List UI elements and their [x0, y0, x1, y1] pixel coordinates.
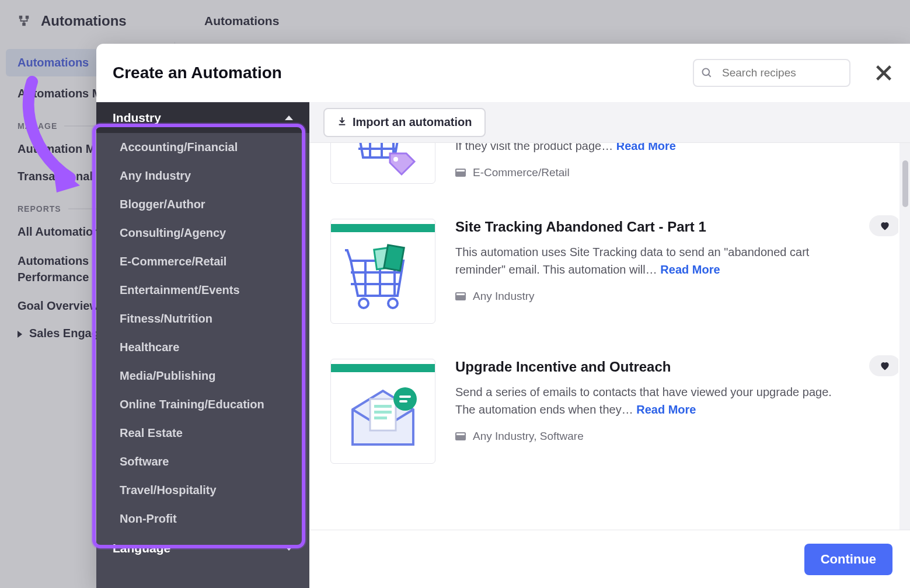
close-button[interactable]: [874, 63, 894, 83]
svg-point-27: [393, 387, 417, 411]
modal-header: Create an Automation: [96, 44, 910, 102]
industry-travel-hospitality[interactable]: Travel/Hospitality: [96, 476, 309, 505]
recipe-meta: Any Industry, Software: [455, 430, 842, 443]
heart-icon: [878, 220, 891, 232]
svg-rect-23: [370, 399, 396, 430]
modal-title: Create an Automation: [113, 64, 681, 82]
svg-rect-24: [374, 405, 392, 408]
recipe-desc: Tag contacts who have repeatedly visited…: [455, 143, 842, 155]
import-automation-button[interactable]: Import an automation: [323, 108, 486, 137]
modal-body: Start from Scratch Industry Accounting/F…: [96, 102, 910, 588]
recipe-main: Import an automation: [309, 102, 910, 588]
recipe-card[interactable]: Site Tracking Abandoned Cart - Part 1 Th…: [323, 201, 884, 341]
archive-icon: [455, 169, 466, 177]
svg-rect-26: [374, 416, 387, 419]
svg-point-3: [703, 69, 710, 76]
chevron-down-icon: [285, 546, 293, 551]
recipe-list: Tag contacts who have repeatedly visited…: [309, 143, 898, 530]
import-label: Import an automation: [353, 116, 472, 129]
language-label: Language: [113, 541, 170, 555]
industry-accounting-financial[interactable]: Accounting/Financial: [96, 133, 309, 162]
industry-consulting-agency[interactable]: Consulting/Agency: [96, 219, 309, 247]
svg-rect-29: [399, 400, 407, 402]
favorite-button[interactable]: [869, 215, 898, 236]
svg-point-19: [359, 299, 368, 308]
svg-rect-7: [339, 124, 346, 125]
search-input[interactable]: [693, 59, 850, 87]
svg-point-20: [388, 299, 398, 308]
industry-label: Industry: [113, 111, 161, 125]
recipe-desc: This automation uses Site Tracking data …: [455, 243, 842, 278]
recipe-thumb: [330, 219, 435, 324]
industry-healthcare[interactable]: Healthcare: [96, 333, 309, 362]
archive-icon: [455, 432, 466, 440]
favorite-button[interactable]: [869, 355, 898, 376]
heart-icon: [878, 360, 891, 372]
recipe-category-sidebar: Start from Scratch Industry Accounting/F…: [96, 102, 309, 588]
industry-blogger-author[interactable]: Blogger/Author: [96, 190, 309, 219]
industry-entertainment-events[interactable]: Entertainment/Events: [96, 276, 309, 304]
industry-any-industry[interactable]: Any Industry: [96, 162, 309, 190]
category-header-language[interactable]: Language: [96, 533, 309, 564]
chevron-up-icon: [285, 116, 293, 120]
industry-real-estate[interactable]: Real Estate: [96, 419, 309, 447]
scrollbar-thumb[interactable]: [902, 160, 908, 207]
svg-line-4: [709, 75, 711, 77]
search-recipes: [693, 59, 850, 87]
read-more-link[interactable]: Read More: [636, 403, 696, 416]
svg-rect-22: [384, 245, 405, 271]
industry-fitness-nutrition[interactable]: Fitness/Nutrition: [96, 304, 309, 333]
read-more-link[interactable]: Read More: [616, 143, 676, 152]
archive-icon: [455, 292, 466, 300]
recipe-desc: Send a series of emails to contacts that…: [455, 383, 842, 418]
recipe-card[interactable]: Upgrade Incentive and Outreach Send a se…: [323, 341, 884, 481]
svg-rect-28: [399, 396, 411, 398]
recipe-card[interactable]: Tag contacts who have repeatedly visited…: [323, 143, 884, 201]
svg-rect-25: [374, 411, 392, 414]
svg-point-13: [393, 157, 398, 162]
industry-media-publishing[interactable]: Media/Publishing: [96, 362, 309, 390]
recipe-thumb: [330, 359, 435, 464]
download-icon: [337, 116, 347, 129]
recipe-thumb: [330, 143, 435, 184]
industry-non-profit[interactable]: Non-Profit: [96, 505, 309, 533]
search-icon: [701, 67, 713, 79]
recipe-card-body: Upgrade Incentive and Outreach Send a se…: [455, 359, 877, 464]
create-automation-modal: Create an Automation Start from Scratch …: [96, 44, 910, 588]
modal-footer: Continue: [309, 530, 910, 588]
recipe-meta: E-Commerce/Retail: [455, 166, 842, 179]
scrollbar-track[interactable]: [899, 143, 910, 530]
category-header-industry[interactable]: Industry: [96, 103, 309, 133]
envelope-chat-icon: [342, 380, 424, 450]
continue-button[interactable]: Continue: [804, 544, 892, 575]
recipe-card-body: Tag contacts who have repeatedly visited…: [455, 143, 877, 184]
recipe-meta: Any Industry: [455, 290, 842, 303]
import-bar: Import an automation: [309, 102, 910, 143]
recipe-title: Upgrade Incentive and Outreach: [455, 359, 842, 375]
cart-tag-icon: [348, 143, 418, 178]
recipe-card-body: Site Tracking Abandoned Cart - Part 1 Th…: [455, 219, 877, 324]
cart-files-icon: [345, 240, 421, 310]
recipe-title: Site Tracking Abandoned Cart - Part 1: [455, 219, 842, 235]
industry-ecommerce-retail[interactable]: E-Commerce/Retail: [96, 247, 309, 276]
read-more-link[interactable]: Read More: [660, 263, 720, 276]
industry-online-training[interactable]: Online Training/Education: [96, 390, 309, 419]
industry-software[interactable]: Software: [96, 447, 309, 476]
